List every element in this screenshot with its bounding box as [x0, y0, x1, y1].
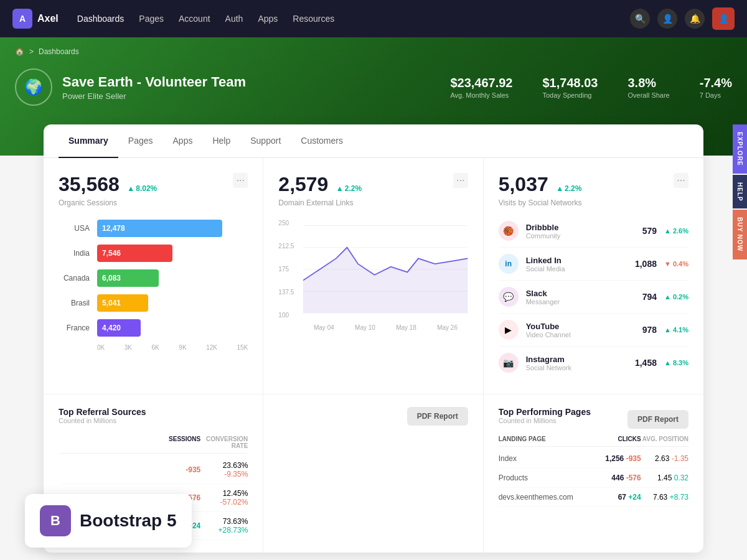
- dribbble-icon: 🏀: [499, 221, 519, 241]
- right-sidebar: Explore Help Buy now: [733, 124, 747, 259]
- domain-more-btn[interactable]: ···: [453, 173, 468, 188]
- notification-icon[interactable]: 🔔: [685, 9, 705, 29]
- brand-name: Axel: [37, 13, 59, 24]
- social-visits-label: Visits by Social Networks: [499, 198, 582, 207]
- search-icon[interactable]: 🔍: [630, 9, 650, 29]
- nav-pages[interactable]: Pages: [139, 14, 164, 24]
- social-youtube: ▶ YouTube Video Channel 978 ▲ 4.1%: [499, 314, 688, 347]
- tab-apps[interactable]: Apps: [163, 124, 203, 158]
- avatar[interactable]: 👤: [712, 7, 735, 30]
- brand-icon: A: [12, 9, 32, 29]
- hero-stats: $23,467.92 Avg. Monthly Sales $1,748.03 …: [450, 76, 732, 99]
- nav-right: 🔍 👤 🔔 👤: [630, 7, 735, 30]
- navbar: A Axel Dashboards Pages Account Auth App…: [0, 0, 747, 37]
- youtube-icon: ▶: [499, 320, 519, 340]
- breadcrumb-current: Dashboards: [39, 47, 79, 56]
- social-dribbble: 🏀 Dribbble Community 579 ▲ 2.6%: [499, 215, 688, 248]
- referral-title: Top Referral Sources: [59, 407, 248, 417]
- stat-label-share: Overall Share: [627, 91, 669, 99]
- social-instagram: 📷 Instagram Social Network 1,458 ▲ 8.3%: [499, 347, 688, 379]
- nav-apps[interactable]: Apps: [258, 14, 278, 24]
- help-pill[interactable]: Help: [733, 175, 747, 209]
- organic-sessions-section: 35,568 ▲ 8.02% Organic Sessions ··· USA: [44, 158, 263, 394]
- nav-dashboards[interactable]: Dashboards: [77, 14, 125, 24]
- chart-y-labels: 250212.5175137.5100: [278, 220, 300, 319]
- domain-links-value: 2,579: [278, 173, 328, 195]
- home-icon: 🏠: [15, 47, 24, 56]
- hero-title: Save Earth - Volunteer Team: [62, 74, 246, 90]
- bar-india: India 7,546: [59, 245, 248, 262]
- hero-content: 🌍 Save Earth - Volunteer Team Power Elit…: [15, 68, 732, 106]
- bar-canada: Canada 6,083: [59, 269, 248, 287]
- bar-axis: 0K3K6K9K12K15K: [59, 344, 248, 351]
- page-row-products: Products 446 -576 1.45 0.32: [499, 469, 688, 488]
- hero-subtitle: Power Elite Seller: [62, 91, 246, 101]
- hero-text: Save Earth - Volunteer Team Power Elite …: [62, 74, 246, 101]
- nav-account[interactable]: Account: [179, 14, 210, 24]
- user-icon[interactable]: 👤: [657, 9, 677, 29]
- breadcrumb: 🏠 > Dashboards: [15, 47, 732, 56]
- tabs: Summary Pages Apps Help Support Customer…: [44, 124, 703, 158]
- instagram-icon: 📷: [499, 353, 519, 373]
- top-pages-section: Top Performing Pages Counted in Millions…: [484, 394, 703, 553]
- line-chart: 250212.5175137.5100: [278, 220, 467, 331]
- stat-7days: -7.4% 7 Days: [700, 76, 732, 99]
- organic-more-btn[interactable]: ···: [233, 173, 248, 188]
- referral-row-1: -935 23.63% -9.35%: [59, 456, 248, 484]
- page-row-devs: devs.keenthemes.com 67 +24 7.63 +8.73: [499, 488, 688, 507]
- stat-overall-share: 3.8% Overall Share: [627, 76, 669, 99]
- organic-sessions-value: 35,568: [59, 173, 120, 195]
- top-pages-title: Top Performing Pages: [499, 407, 591, 417]
- social-networks-section: 5,037 ▲ 2.2% Visits by Social Networks ·…: [484, 158, 703, 394]
- social-slack: 💬 Slack Messanger 794 ▲ 0.2%: [499, 281, 688, 314]
- buy-pill[interactable]: Buy now: [733, 210, 747, 259]
- pdf-section: PDF Report: [263, 394, 483, 553]
- domain-links-label: Domain External Links: [278, 198, 362, 207]
- social-visits-value: 5,037: [499, 173, 548, 195]
- domain-links-badge: ▲ 2.2%: [336, 184, 362, 193]
- social-more-btn[interactable]: ···: [674, 173, 688, 188]
- organic-sessions-label: Organic Sessions: [59, 198, 157, 207]
- stat-label-sales: Avg. Monthly Sales: [450, 91, 512, 99]
- stat-today-spending: $1,748.03 Today Spending: [543, 76, 598, 99]
- stat-label-spending: Today Spending: [543, 91, 598, 99]
- slack-icon: 💬: [499, 287, 519, 307]
- main-card: Summary Pages Apps Help Support Customer…: [44, 124, 703, 553]
- linkedin-icon: in: [499, 254, 519, 274]
- domain-links-section: 2,579 ▲ 2.2% Domain External Links ··· 2…: [263, 158, 483, 394]
- tab-summary[interactable]: Summary: [59, 124, 118, 158]
- social-list: 🏀 Dribbble Community 579 ▲ 2.6% in Linke…: [499, 215, 688, 379]
- stat-value-spending: $1,748.03: [543, 76, 598, 90]
- social-linkedin: in Linked In Social Media 1,088 ▼ 0.4%: [499, 248, 688, 281]
- bar-usa: USA 12,478: [59, 220, 248, 237]
- top-pages-pdf-btn[interactable]: PDF Report: [627, 410, 688, 429]
- nav-links: Dashboards Pages Account Auth Apps Resou…: [77, 14, 630, 24]
- top-pages-sub: Counted in Millions: [499, 417, 591, 424]
- stat-value-share: 3.8%: [627, 76, 669, 90]
- metrics-grid: 35,568 ▲ 8.02% Organic Sessions ··· USA: [44, 158, 703, 394]
- bar-france: France 4,420: [59, 319, 248, 337]
- bar-chart: USA 12,478 India 7,546: [59, 220, 248, 351]
- referral-sub: Counted in Millions: [59, 417, 248, 424]
- bootstrap-icon: B: [40, 505, 71, 536]
- page-row-index: Index 1,256 -935 2.63 -1.35: [499, 449, 688, 469]
- social-visits-badge: ▲ 2.2%: [556, 184, 581, 193]
- tab-support[interactable]: Support: [240, 124, 291, 158]
- chart-x-labels: May 04May 10May 18May 26: [303, 324, 467, 331]
- line-chart-svg: [303, 220, 467, 319]
- bar-brasil: Brasil 5,041: [59, 294, 248, 312]
- organic-sessions-badge: ▲ 8.02%: [127, 184, 157, 193]
- tab-help[interactable]: Help: [202, 124, 240, 158]
- stat-label-7days: 7 Days: [700, 91, 732, 99]
- nav-auth[interactable]: Auth: [225, 14, 243, 24]
- tab-customers[interactable]: Customers: [291, 124, 353, 158]
- bootstrap-text: Bootstrap 5: [80, 511, 177, 531]
- referral-header: SESSIONS CONVERSION RATE: [59, 432, 248, 454]
- hero-logo: 🌍: [15, 68, 52, 106]
- explore-pill[interactable]: Explore: [733, 124, 747, 174]
- brand[interactable]: A Axel: [12, 9, 59, 29]
- tab-pages[interactable]: Pages: [118, 124, 163, 158]
- top-pages-header: LANDING PAGE CLICKS AVG. POSITION: [499, 432, 688, 447]
- pdf-report-btn[interactable]: PDF Report: [407, 407, 468, 426]
- nav-resources[interactable]: Resources: [293, 14, 334, 24]
